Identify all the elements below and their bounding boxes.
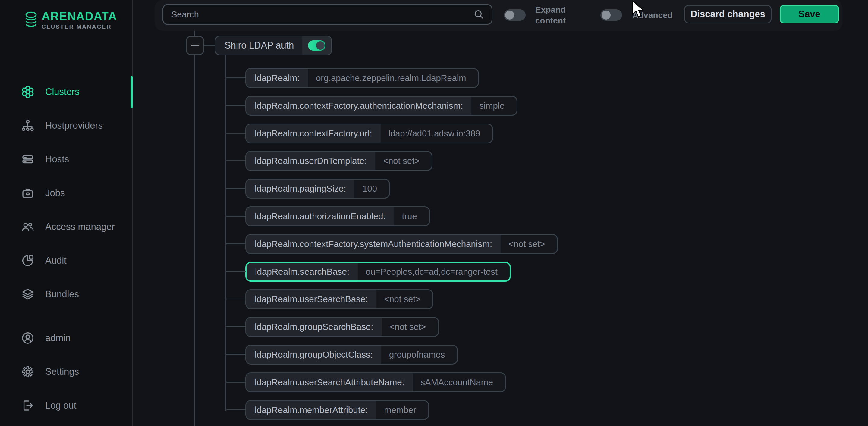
advanced-label: Advanced — [632, 10, 673, 21]
tree-line — [194, 31, 195, 36]
sidebar-item-label: Jobs — [45, 188, 65, 199]
node-toggle-area — [302, 36, 331, 55]
minus-icon — [191, 45, 199, 46]
config-field-row-ldaprealm-usersearchattributename[interactable]: ldapRealm.userSearchAttributeName:sAMAcc… — [245, 372, 506, 392]
config-field-value: <not set> — [390, 318, 426, 336]
config-field-row-ldaprealm[interactable]: ldapRealm:org.apache.zeppelin.realm.Ldap… — [245, 68, 479, 88]
config-field-label: ldapRealm.searchBase: — [247, 263, 358, 281]
brand-name: ARENADATA — [41, 10, 117, 23]
config-field-row-ldaprealm-usersearchbase[interactable]: ldapRealm.userSearchBase:<not set> — [245, 289, 433, 309]
config-field-label: ldapRealm.userSearchBase: — [246, 290, 376, 308]
config-field-label: ldapRealm.contextFactory.authenticationM… — [246, 97, 471, 115]
config-field-row-ldaprealm-memberattribute[interactable]: ldapRealm.memberAttribute:member — [245, 400, 429, 420]
sidebar-item-audit[interactable]: Audit — [0, 244, 132, 277]
config-field-row-ldaprealm-userdntemplate[interactable]: ldapRealm.userDnTemplate:<not set> — [245, 151, 433, 171]
bundles-icon — [21, 287, 35, 302]
search-input[interactable] — [163, 10, 473, 20]
config-field-row-ldaprealm-groupsearchbase[interactable]: ldapRealm.groupSearchBase:<not set> — [245, 317, 439, 337]
sidebar-item-admin[interactable]: admin — [0, 321, 132, 355]
hostproviders-icon — [21, 119, 35, 133]
config-field-value: true — [402, 207, 417, 225]
config-field-value: <not set> — [508, 235, 545, 253]
sidebar-item-hostproviders[interactable]: Hostproviders — [0, 109, 132, 142]
collapse-node-button[interactable] — [186, 36, 204, 55]
sidebar-item-label: Hosts — [45, 154, 69, 165]
sidebar-item-label: admin — [45, 333, 70, 343]
config-field-value: ou=Peoples,dc=ad,dc=ranger-test — [366, 263, 498, 281]
sidebar-item-clusters[interactable]: Clusters — [0, 75, 132, 109]
config-field-value: <not set> — [383, 152, 420, 170]
access-manager-icon — [21, 220, 35, 234]
toggle-knob — [505, 10, 514, 20]
brand-logo[interactable]: ARENADATA CLUSTER MANAGER — [24, 10, 117, 30]
sidebar-item-jobs[interactable]: Jobs — [0, 176, 132, 210]
config-field-label: ldapRealm.contextFactory.url: — [246, 124, 381, 142]
shiro-ldap-auth-toggle[interactable] — [308, 40, 326, 51]
clusters-icon — [21, 85, 35, 99]
tree-line — [204, 45, 215, 46]
sidebar: ARENADATA CLUSTER MANAGER ClustersHostpr… — [0, 0, 132, 426]
config-field-value: 100 — [362, 179, 377, 198]
toggle-knob — [601, 10, 611, 20]
toggle-knob — [316, 41, 324, 50]
node-label: Shiro LDAP auth — [216, 36, 302, 55]
sidebar-divider — [132, 0, 133, 426]
sidebar-item-settings[interactable]: Settings — [0, 355, 132, 389]
config-field-row-ldaprealm-authorizationenabled[interactable]: ldapRealm.authorizationEnabled:true — [245, 206, 430, 226]
config-field-value: ldap://ad01.adsw.io:389 — [389, 124, 480, 142]
discard-changes-button[interactable]: Discard changes — [684, 5, 772, 24]
sidebar-item-log-out[interactable]: Log out — [0, 389, 132, 422]
advanced-toggle[interactable] — [600, 9, 622, 21]
shiro-ldap-auth-node[interactable]: Shiro LDAP auth — [215, 36, 332, 56]
config-field-row-ldaprealm-contextfactory-url[interactable]: ldapRealm.contextFactory.url:ldap://ad01… — [245, 124, 493, 143]
adcm-app: ARENADATA CLUSTER MANAGER ClustersHostpr… — [0, 0, 868, 426]
config-field-label: ldapRealm.pagingSize: — [246, 179, 354, 198]
config-field-value: sAMAccountName — [421, 373, 493, 391]
search-icon — [473, 8, 485, 21]
sidebar-item-label: Hostproviders — [45, 120, 103, 131]
user-icon — [21, 331, 35, 345]
sidebar-nav-user: adminSettingsLog out — [0, 321, 132, 422]
config-field-value: simple — [479, 97, 504, 115]
sidebar-item-bundles[interactable]: Bundles — [0, 277, 132, 311]
search-box — [162, 4, 493, 25]
config-field-row-ldaprealm-groupobjectclass[interactable]: ldapRealm.groupObjectClass:groupofnames — [245, 345, 458, 364]
config-field-value: <not set> — [384, 290, 421, 308]
sidebar-item-label: Settings — [45, 366, 79, 377]
config-field-label: ldapRealm: — [246, 69, 308, 87]
sidebar-item-label: Bundles — [45, 289, 79, 300]
tree-line — [194, 55, 195, 426]
config-field-label: ldapRealm.groupObjectClass: — [246, 346, 381, 364]
config-field-row-ldaprealm-contextfactory-systemauthenticationmechanism[interactable]: ldapRealm.contextFactory.systemAuthentic… — [245, 234, 558, 254]
config-field-row-ldaprealm-searchbase[interactable]: ldapRealm.searchBase:ou=Peoples,dc=ad,dc… — [245, 262, 511, 282]
config-field-label: ldapRealm.groupSearchBase: — [246, 318, 382, 336]
settings-icon — [21, 364, 35, 379]
config-field-label: ldapRealm.contextFactory.systemAuthentic… — [246, 235, 501, 253]
config-field-label: ldapRealm.userDnTemplate: — [246, 152, 375, 170]
config-field-row-ldaprealm-pagingsize[interactable]: ldapRealm.pagingSize:100 — [245, 179, 390, 199]
sidebar-item-label: Log out — [45, 400, 76, 411]
save-button[interactable]: Save — [780, 5, 839, 24]
logout-icon — [21, 398, 35, 413]
active-item-indicator — [130, 76, 133, 108]
config-field-row-ldaprealm-contextfactory-authenticationmechanism[interactable]: ldapRealm.contextFactory.authenticationM… — [245, 96, 518, 116]
expand-content-label: Expand content — [535, 4, 575, 26]
sidebar-item-label: Access manager — [45, 222, 115, 232]
sidebar-item-label: Clusters — [45, 87, 80, 97]
config-field-value: member — [384, 401, 416, 419]
config-field-label: ldapRealm.memberAttribute: — [246, 401, 376, 419]
brand-subtitle: CLUSTER MANAGER — [41, 24, 117, 30]
database-logo-icon — [24, 10, 38, 30]
config-field-value: org.apache.zeppelin.realm.LdapRealm — [316, 69, 466, 87]
jobs-icon — [21, 186, 35, 200]
config-field-label: ldapRealm.userSearchAttributeName: — [246, 373, 413, 391]
expand-content-toggle[interactable] — [504, 9, 526, 21]
sidebar-item-access-manager[interactable]: Access manager — [0, 210, 132, 244]
sidebar-nav-main: ClustersHostprovidersHostsJobsAccess man… — [0, 75, 132, 311]
tree-line — [225, 56, 226, 411]
config-field-value: groupofnames — [389, 346, 445, 364]
hosts-icon — [21, 152, 35, 167]
config-field-label: ldapRealm.authorizationEnabled: — [246, 207, 394, 225]
audit-icon — [21, 253, 35, 268]
sidebar-item-hosts[interactable]: Hosts — [0, 142, 132, 176]
